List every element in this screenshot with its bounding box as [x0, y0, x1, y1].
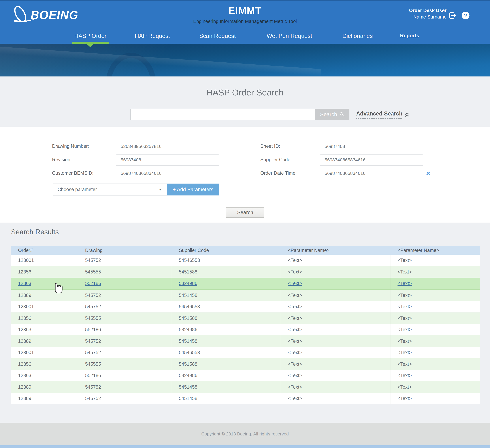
results-section: Search Results Order# Drawing Supplier C…	[0, 223, 490, 423]
cell-supplier: 5324986	[172, 278, 281, 289]
cell-parameter-2: <Text>	[390, 266, 480, 278]
cell-parameter-1: <Text>	[281, 324, 390, 335]
user-block: Order Desk User Name Surname	[409, 7, 446, 20]
cell-order: 12389	[11, 289, 78, 301]
table-row[interactable]: 12356 545555 5451588 <Text> <Text>	[11, 266, 480, 278]
nav-reports[interactable]: Reports	[400, 33, 419, 39]
cell-supplier: 54546553	[172, 255, 281, 266]
cell-parameter-2: <Text>	[390, 347, 480, 358]
nav-hasp-order[interactable]: HASP Order	[74, 33, 106, 39]
table-row[interactable]: 12363 552186 5324986 <Text> <Text>	[11, 278, 480, 289]
cell-order: 12356	[11, 358, 78, 370]
cell-order: 12389	[11, 335, 78, 347]
double-chevron-up-icon	[404, 112, 410, 117]
cell-supplier: 5451588	[172, 266, 281, 278]
form-search-button[interactable]: Search	[226, 207, 264, 218]
cell-drawing: 545752	[78, 255, 172, 266]
table-row[interactable]: 12356 545555 5451588 <Text> <Text>	[11, 358, 480, 370]
logout-icon[interactable]	[449, 11, 457, 20]
col-parameter-2[interactable]: <Parameter Name>	[390, 246, 480, 255]
cell-drawing: 545752	[78, 335, 172, 347]
drawing-number-field[interactable]	[116, 141, 219, 152]
cell-drawing: 545752	[78, 393, 172, 404]
cell-order: 123001	[11, 301, 78, 312]
table-row[interactable]: 12389 545752 5451458 <Text> <Text>	[11, 335, 480, 347]
customer-bemsid-field[interactable]	[116, 168, 219, 179]
cell-parameter-1: <Text>	[281, 381, 390, 393]
revision-field[interactable]	[116, 154, 219, 166]
cell-order: 12389	[11, 393, 78, 404]
add-parameters-button[interactable]: + Add Parameters	[167, 184, 219, 195]
nav-hap-request[interactable]: HAP Request	[135, 33, 170, 39]
help-icon[interactable]: ?	[462, 12, 470, 19]
result-link[interactable]: 552186	[85, 281, 101, 286]
main-nav: HASP Order HAP Request Scan Request Wet …	[0, 32, 490, 44]
cell-parameter-2: <Text>	[390, 358, 480, 370]
cell-order: 12363	[11, 324, 78, 335]
result-link[interactable]: 12363	[18, 281, 31, 286]
nav-scan-request[interactable]: Scan Request	[199, 33, 236, 39]
table-row[interactable]: 12389 545752 5451458 <Text> <Text>	[11, 381, 480, 393]
cell-parameter-1: <Text>	[281, 301, 390, 312]
cell-parameter-2: <Text>	[390, 278, 480, 289]
result-link[interactable]: <Text>	[397, 281, 412, 286]
nav-dictionaries[interactable]: Dictionaries	[342, 33, 373, 39]
table-row[interactable]: 12363 552186 5324986 <Text> <Text>	[11, 370, 480, 381]
results-heading: Search Results	[11, 228, 59, 236]
active-tab-underline	[72, 42, 109, 44]
order-date-time-label: Order Date Time:	[260, 170, 297, 176]
results-table: Order# Drawing Supplier Code <Parameter …	[11, 246, 480, 404]
page-footer: Copyright © 2013 Boeing. All rights rese…	[0, 423, 490, 445]
advanced-search-link[interactable]: Advanced Search	[356, 110, 410, 119]
user-name: Name Surname	[409, 14, 446, 20]
top-header: BOEING EIMMT Engineering Information Man…	[0, 0, 490, 44]
cell-supplier: 5451588	[172, 358, 281, 370]
cell-parameter-1: <Text>	[281, 358, 390, 370]
cell-supplier: 5451588	[172, 313, 281, 324]
choose-parameter-dropdown[interactable]: Choose parameter ▼	[53, 184, 167, 195]
cell-supplier: 5451458	[172, 335, 281, 347]
supplier-code-field[interactable]	[320, 154, 423, 166]
cell-parameter-2: <Text>	[390, 301, 480, 312]
order-date-time-field[interactable]	[320, 168, 423, 179]
global-search-button[interactable]: Search	[315, 109, 350, 120]
hero-band: Add Inquire Update	[0, 44, 490, 76]
clear-field-icon[interactable]: ×	[426, 169, 430, 178]
cell-parameter-1: <Text>	[281, 255, 390, 266]
cell-supplier: 54546553	[172, 347, 281, 358]
sheet-id-label: Sheet ID:	[260, 144, 280, 149]
cell-drawing: 545555	[78, 266, 172, 278]
cell-drawing: 545555	[78, 358, 172, 370]
sheet-id-field[interactable]	[320, 141, 423, 152]
col-order[interactable]: Order#	[11, 246, 78, 255]
table-row[interactable]: 12356 545555 5451588 <Text> <Text>	[11, 313, 480, 324]
cell-drawing: 545752	[78, 381, 172, 393]
chevron-down-icon: ▼	[158, 187, 162, 192]
table-row[interactable]: 123001 545752 54546553 <Text> <Text>	[11, 255, 480, 266]
nav-wet-pen-request[interactable]: Wet Pen Request	[267, 33, 312, 39]
global-search-button-label: Search	[320, 111, 337, 118]
cell-order: 12363	[11, 370, 78, 381]
cell-order: 12389	[11, 381, 78, 393]
table-row[interactable]: 123001 545752 54546553 <Text> <Text>	[11, 301, 480, 313]
col-supplier[interactable]: Supplier Code	[172, 246, 281, 255]
cell-order: 12356	[11, 313, 78, 324]
result-link[interactable]: <Text>	[288, 281, 302, 286]
table-row[interactable]: 12363 552186 5324986 <Text> <Text>	[11, 324, 480, 335]
cell-parameter-2: <Text>	[390, 335, 480, 347]
cell-parameter-1: <Text>	[281, 266, 390, 278]
result-link[interactable]: 5324986	[179, 281, 197, 286]
supplier-code-label: Supplier Code:	[260, 157, 292, 162]
col-drawing[interactable]: Drawing	[78, 246, 172, 255]
page-title: HASP Order Search	[0, 87, 490, 97]
col-parameter-1[interactable]: <Parameter Name>	[281, 246, 390, 255]
global-search-input[interactable]	[131, 109, 315, 120]
table-row[interactable]: 123001 545752 54546553 <Text> <Text>	[11, 347, 480, 358]
airplane-wing-graphic	[0, 46, 321, 76]
results-table-header: Order# Drawing Supplier Code <Parameter …	[11, 246, 480, 255]
table-row[interactable]: 12389 545752 5451458 <Text> <Text>	[11, 289, 480, 301]
advanced-search-form: Drawing Number: Revision: Customer BEMSI…	[0, 127, 490, 223]
table-row[interactable]: 12389 545752 5451458 <Text> <Text>	[11, 393, 480, 404]
active-tab-caret	[86, 44, 94, 47]
cell-order: 12356	[11, 266, 78, 278]
